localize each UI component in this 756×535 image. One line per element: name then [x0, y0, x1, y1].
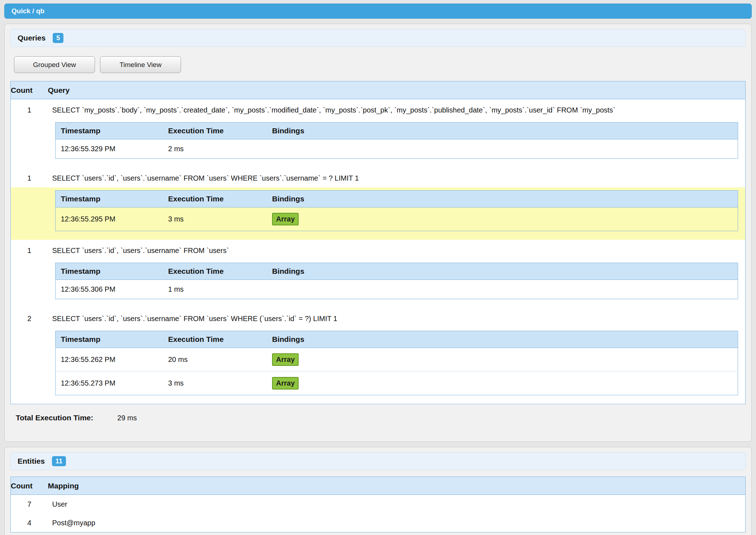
queries-count-badge: 5 — [53, 33, 63, 43]
total-execution-time-label: Total Execution Time: — [16, 414, 93, 422]
entity-row: 7 User — [11, 495, 746, 514]
timestamp-column-header: Timestamp — [55, 191, 163, 207]
executions-cell: Timestamp Execution Time Bindings 12:36:… — [48, 260, 746, 308]
query-group-row: 1 SELECT `users`.`id`, `users`.`username… — [11, 240, 746, 260]
queries-table-header-row: Count Query — [11, 81, 746, 99]
execution-bindings — [267, 280, 738, 299]
executions-table: Timestamp Execution Time Bindings 12:36:… — [55, 331, 738, 395]
execution-row: 12:36:55.329 PM 2 ms — [55, 139, 738, 159]
total-execution-time-value: 29 ms — [117, 414, 137, 422]
execution-row: 12:36:55.306 PM 1 ms — [55, 280, 738, 299]
execution-time: 2 ms — [163, 139, 267, 159]
execution-timestamp: 12:36:55.262 PM — [55, 348, 163, 372]
executions-cell: Timestamp Execution Time Bindings 12:36:… — [48, 328, 746, 404]
total-execution-time: Total Execution Time: 29 ms — [16, 414, 746, 422]
execution-time-column-header: Execution Time — [163, 331, 267, 348]
queries-panel: Queries 5 Grouped View Timeline View Cou… — [4, 24, 752, 442]
query-sql: SELECT `my_posts`.`body`, `my_posts`.`cr… — [48, 99, 746, 120]
entities-count-badge: 11 — [52, 456, 66, 466]
executions-cell: Timestamp Execution Time Bindings 12:36:… — [48, 119, 746, 167]
bindings-array-badge[interactable]: Array — [272, 377, 299, 390]
bindings-column-header: Bindings — [267, 331, 738, 348]
execution-time-column-header: Execution Time — [163, 123, 267, 139]
page-title: Quick / qb — [11, 7, 44, 15]
execution-timestamp: 12:36:55.306 PM — [55, 280, 163, 299]
bindings-array-badge[interactable]: Array — [272, 213, 299, 225]
query-sql: SELECT `users`.`id`, `users`.`username` … — [48, 240, 746, 260]
query-count: 2 — [11, 308, 48, 328]
execution-timestamp: 12:36:55.273 PM — [55, 372, 163, 395]
execution-time-column-header: Execution Time — [163, 263, 267, 280]
query-column-header: Query — [48, 81, 746, 99]
execution-row: 12:36:55.273 PM 3 ms Array — [55, 372, 738, 395]
execution-time-column-header: Execution Time — [163, 191, 267, 207]
query-count: 1 — [11, 99, 48, 120]
execution-time: 20 ms — [163, 348, 267, 372]
query-executions-row: Timestamp Execution Time Bindings 12:36:… — [11, 260, 746, 308]
query-executions-row: Timestamp Execution Time Bindings 12:36:… — [11, 328, 746, 404]
execution-timestamp: 12:36:55.295 PM — [55, 207, 163, 231]
entity-mapping: User — [48, 495, 746, 514]
entities-mapping-column-header: Mapping — [48, 477, 746, 495]
bindings-column-header: Bindings — [267, 191, 738, 207]
execution-bindings: Array — [267, 207, 738, 231]
query-sql: SELECT `users`.`id`, `users`.`username` … — [48, 167, 746, 187]
entity-row: 4 Post@myapp — [11, 513, 746, 532]
execution-row: 12:36:55.295 PM 3 ms Array — [55, 207, 738, 231]
timestamp-column-header: Timestamp — [55, 123, 163, 139]
executions-table: Timestamp Execution Time Bindings 12:36:… — [55, 190, 738, 231]
execution-bindings: Array — [267, 348, 738, 372]
empty-count-cell — [11, 260, 48, 308]
view-toggle-group: Grouped View Timeline View — [14, 56, 746, 73]
queries-section-header[interactable]: Queries 5 — [10, 29, 746, 47]
bindings-column-header: Bindings — [267, 263, 738, 280]
query-count: 1 — [11, 240, 48, 260]
queries-title: Queries — [18, 34, 46, 42]
query-executions-row-highlighted: Timestamp Execution Time Bindings 12:36:… — [11, 187, 746, 240]
executions-table: Timestamp Execution Time Bindings 12:36:… — [55, 122, 738, 159]
entities-table: Count Mapping 7 User 4 Post@myapp — [10, 477, 746, 532]
entities-title: Entities — [18, 457, 45, 465]
execution-row: 12:36:55.262 PM 20 ms Array — [55, 348, 738, 372]
bindings-column-header: Bindings — [267, 123, 738, 139]
grouped-view-button[interactable]: Grouped View — [14, 56, 95, 73]
entities-panel: Entities 11 Count Mapping 7 User 4 Post@… — [4, 447, 752, 535]
query-group-row: 1 SELECT `my_posts`.`body`, `my_posts`.`… — [11, 99, 746, 120]
executions-header-row: Timestamp Execution Time Bindings — [55, 123, 738, 139]
app-header: Quick / qb — [4, 4, 752, 19]
executions-header-row: Timestamp Execution Time Bindings — [55, 191, 738, 207]
timeline-view-button[interactable]: Timeline View — [100, 56, 181, 73]
timestamp-column-header: Timestamp — [55, 331, 163, 348]
empty-count-cell — [11, 328, 48, 404]
execution-bindings — [267, 139, 738, 159]
execution-time: 3 ms — [163, 207, 267, 231]
timestamp-column-header: Timestamp — [55, 263, 163, 280]
execution-bindings: Array — [267, 372, 738, 395]
entity-mapping: Post@myapp — [48, 513, 746, 532]
execution-time: 3 ms — [163, 372, 267, 395]
query-executions-row: Timestamp Execution Time Bindings 12:36:… — [11, 119, 746, 167]
entities-table-header-row: Count Mapping — [11, 477, 746, 495]
executions-cell: Timestamp Execution Time Bindings 12:36:… — [48, 187, 746, 240]
bindings-array-badge[interactable]: Array — [272, 353, 299, 366]
execution-timestamp: 12:36:55.329 PM — [55, 139, 163, 159]
queries-table: Count Query 1 SELECT `my_posts`.`body`, … — [10, 81, 746, 404]
entity-count: 4 — [11, 513, 48, 532]
executions-table: Timestamp Execution Time Bindings 12:36:… — [55, 263, 738, 299]
entities-section-header[interactable]: Entities 11 — [10, 452, 746, 470]
query-count: 1 — [11, 167, 48, 187]
entities-count-column-header: Count — [11, 477, 48, 495]
entity-count: 7 — [11, 495, 48, 514]
count-column-header: Count — [11, 81, 48, 99]
executions-header-row: Timestamp Execution Time Bindings — [55, 263, 738, 280]
empty-count-cell — [11, 119, 48, 167]
execution-time: 1 ms — [163, 280, 267, 299]
query-group-row: 1 SELECT `users`.`id`, `users`.`username… — [11, 167, 746, 187]
empty-count-cell — [11, 187, 48, 240]
query-sql: SELECT `users`.`id`, `users`.`username` … — [48, 308, 746, 328]
query-group-row: 2 SELECT `users`.`id`, `users`.`username… — [11, 308, 746, 328]
executions-header-row: Timestamp Execution Time Bindings — [55, 331, 738, 348]
